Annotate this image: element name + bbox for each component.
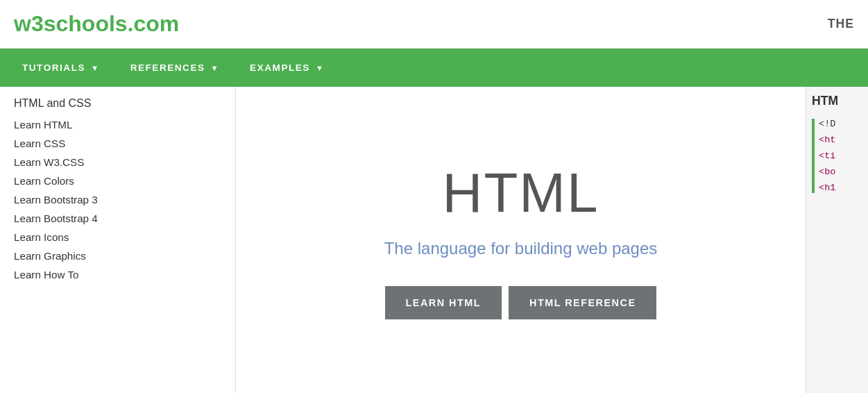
code-line-body: <bo <box>819 167 862 177</box>
tutorials-arrow-icon: ▼ <box>91 64 100 72</box>
main-title: HTML <box>443 161 599 225</box>
code-line-h1: <h1 <box>819 183 862 193</box>
logo[interactable]: w3schools.com <box>14 11 179 37</box>
sidebar-item-learn-colors[interactable]: Learn Colors <box>14 172 235 190</box>
examples-arrow-icon: ▼ <box>316 64 325 72</box>
right-panel-title: HTM <box>812 94 862 108</box>
nav-examples[interactable]: EXAMPLES ▼ <box>235 49 339 87</box>
logo-com: .com <box>128 11 180 36</box>
html-reference-button[interactable]: HTML REFERENCE <box>509 286 656 319</box>
nav-references-label: REFERENCES <box>130 62 205 73</box>
learn-html-button[interactable]: LEARN HTML <box>385 286 502 319</box>
sidebar-item-learn-html[interactable]: Learn HTML <box>14 115 235 134</box>
sidebar: HTML and CSS Learn HTML Learn CSS Learn … <box>0 87 236 393</box>
right-panel: HTM <!D <ht <ti <bo <h1 <box>806 87 868 393</box>
nav-references[interactable]: REFERENCES ▼ <box>115 49 235 87</box>
top-bar: w3schools.com THE <box>0 0 868 49</box>
main-layout: HTML and CSS Learn HTML Learn CSS Learn … <box>0 87 868 393</box>
sidebar-item-learn-css[interactable]: Learn CSS <box>14 134 235 153</box>
nav-bar: TUTORIALS ▼ REFERENCES ▼ EXAMPLES ▼ <box>0 49 868 87</box>
nav-examples-label: EXAMPLES <box>250 62 310 73</box>
content-area: HTML The language for building web pages… <box>236 87 806 393</box>
sidebar-item-learn-w3css[interactable]: Learn W3.CSS <box>14 153 235 172</box>
code-line-html: <ht <box>819 135 862 145</box>
sidebar-item-learn-howto[interactable]: Learn How To <box>14 265 235 284</box>
sidebar-item-learn-icons[interactable]: Learn Icons <box>14 228 235 246</box>
nav-tutorials[interactable]: TUTORIALS ▼ <box>7 49 115 87</box>
logo-text: w3schools <box>14 11 128 36</box>
nav-tutorials-label: TUTORIALS <box>22 62 85 73</box>
main-subtitle: The language for building web pages <box>384 239 658 258</box>
sidebar-item-learn-bootstrap3[interactable]: Learn Bootstrap 3 <box>14 190 235 209</box>
sidebar-section-title: HTML and CSS <box>14 97 235 110</box>
code-block: <!D <ht <ti <bo <h1 <box>812 119 862 193</box>
top-right-text: THE <box>828 17 854 31</box>
code-line-title: <ti <box>819 151 862 161</box>
references-arrow-icon: ▼ <box>211 64 220 72</box>
sidebar-item-learn-bootstrap4[interactable]: Learn Bootstrap 4 <box>14 209 235 228</box>
sidebar-item-learn-graphics[interactable]: Learn Graphics <box>14 246 235 265</box>
code-line-doctype: <!D <box>819 119 862 129</box>
content-buttons: LEARN HTML HTML REFERENCE <box>385 286 657 319</box>
